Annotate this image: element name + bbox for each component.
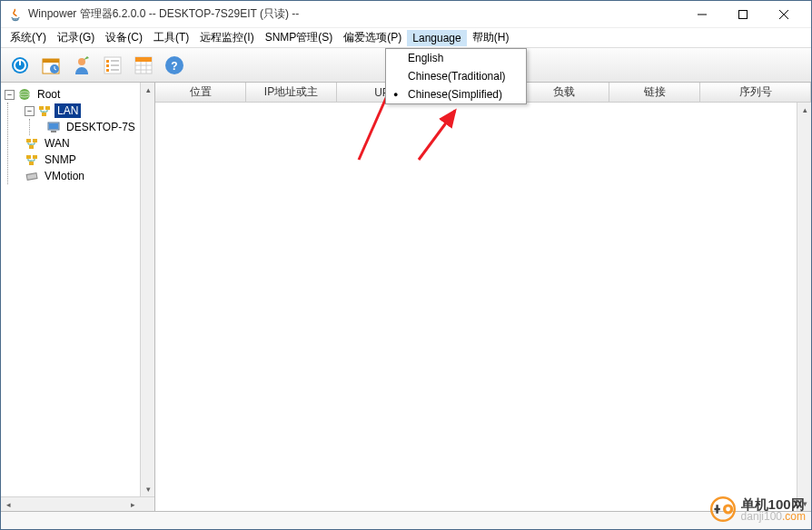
svg-rect-15 <box>106 64 109 67</box>
schedule-button[interactable] <box>37 52 64 79</box>
svg-rect-41 <box>26 139 31 142</box>
svg-rect-14 <box>106 60 109 63</box>
svg-rect-32 <box>45 106 50 110</box>
svg-rect-40 <box>51 131 56 132</box>
watermark-logo-icon <box>708 495 738 524</box>
lang-chinese-simplified[interactable]: Chinese(Simplified) <box>386 85 526 103</box>
tree-desktop-label: DESKTOP-7S <box>64 120 138 134</box>
svg-rect-31 <box>39 106 44 110</box>
col-load[interactable]: 负载 <box>519 83 609 102</box>
computer-icon <box>46 120 61 134</box>
scroll-left-icon[interactable]: ◂ <box>1 497 15 511</box>
watermark: 单机100网 danji100.com <box>708 495 806 524</box>
tree: − Root − LAN DESKTOP-7S W <box>1 83 154 188</box>
content-vscrollbar[interactable]: ▴ ▾ <box>797 103 811 511</box>
grid-button[interactable] <box>130 52 157 79</box>
status-bar <box>1 511 811 529</box>
menu-tools[interactable]: 工具(T) <box>148 28 194 47</box>
tree-desktop[interactable]: DESKTOP-7S <box>46 119 153 135</box>
globe-icon <box>17 87 32 102</box>
list-button[interactable] <box>99 52 126 79</box>
close-button[interactable] <box>763 1 804 28</box>
sidebar-hscrollbar[interactable]: ◂ ▸ <box>1 496 154 511</box>
window-title: Winpower 管理器6.2.0.0 -- DESKTOP-7S29EIT (… <box>28 6 681 22</box>
scroll-right-icon[interactable]: ▸ <box>125 497 140 511</box>
collapse-icon[interactable]: − <box>25 106 35 116</box>
col-location[interactable]: 位置 <box>155 83 246 102</box>
svg-rect-43 <box>29 145 34 149</box>
svg-rect-21 <box>135 57 152 62</box>
scroll-down-icon[interactable]: ▾ <box>141 482 155 496</box>
title-bar: Winpower 管理器6.2.0.0 -- DESKTOP-7S29EIT (… <box>1 1 811 28</box>
tree-snmp[interactable]: SNMP <box>25 152 153 168</box>
collapse-icon[interactable]: − <box>5 90 15 100</box>
sidebar-vscrollbar[interactable]: ▴ ▾ <box>140 83 154 496</box>
svg-rect-49 <box>33 155 37 159</box>
svg-rect-42 <box>33 139 37 142</box>
svg-rect-8 <box>43 59 59 63</box>
menu-system[interactable]: 系统(Y) <box>5 28 52 47</box>
menu-preferences[interactable]: 偏爱选项(P) <box>338 28 407 47</box>
col-ip[interactable]: IP地址或主 <box>246 83 337 102</box>
main-area: − Root − LAN DESKTOP-7S W <box>1 83 811 511</box>
col-link[interactable]: 链接 <box>609 83 700 102</box>
network-icon <box>37 103 52 118</box>
svg-rect-48 <box>26 155 31 159</box>
power-button[interactable] <box>6 52 34 79</box>
tree-root[interactable]: − Root <box>3 86 153 103</box>
svg-rect-50 <box>29 162 34 165</box>
svg-text:?: ? <box>171 60 177 73</box>
menu-help[interactable]: 帮助(H) <box>467 28 515 47</box>
svg-rect-16 <box>106 69 109 72</box>
watermark-url: danji100.com <box>741 511 806 522</box>
menu-device[interactable]: 设备(C) <box>100 28 148 47</box>
java-icon <box>8 7 23 22</box>
sidebar: − Root − LAN DESKTOP-7S W <box>1 83 155 511</box>
svg-rect-1 <box>738 10 747 18</box>
menu-bar: 系统(Y) 记录(G) 设备(C) 工具(T) 远程监控(I) SNMP管理(S… <box>1 28 811 48</box>
network-icon <box>25 136 39 151</box>
svg-rect-39 <box>49 123 58 129</box>
menu-remote[interactable]: 远程监控(I) <box>194 28 259 47</box>
tree-lan[interactable]: − LAN <box>25 103 153 119</box>
help-button[interactable]: ? <box>161 52 188 79</box>
maximize-button[interactable] <box>722 1 763 28</box>
tree-lan-label: LAN <box>54 103 81 118</box>
lang-chinese-traditional[interactable]: Chinese(Traditional) <box>386 67 526 85</box>
lang-english[interactable]: English <box>386 49 526 67</box>
language-dropdown: English Chinese(Traditional) Chinese(Sim… <box>385 48 527 104</box>
user-button[interactable] <box>68 52 95 79</box>
network-icon <box>25 152 39 167</box>
tree-wan[interactable]: WAN <box>25 135 153 152</box>
scroll-up-icon[interactable]: ▴ <box>141 83 155 97</box>
scroll-up-icon[interactable]: ▴ <box>797 103 812 117</box>
menu-log[interactable]: 记录(G) <box>52 28 100 47</box>
svg-point-61 <box>726 507 730 512</box>
vmotion-icon <box>25 169 39 183</box>
svg-rect-33 <box>42 113 46 116</box>
window-controls <box>681 1 804 28</box>
tree-wan-label: WAN <box>42 136 73 151</box>
menu-snmp[interactable]: SNMP管理(S) <box>260 28 339 47</box>
tree-vmotion-label: VMotion <box>42 169 87 183</box>
menu-language[interactable]: Language <box>407 30 466 46</box>
tree-root-label: Root <box>35 87 63 102</box>
watermark-name: 单机100网 <box>741 497 806 511</box>
tree-snmp-label: SNMP <box>42 152 79 167</box>
content-area: 位置 IP地址或主 UP 状态▼ 负载 链接 序列号 ▴ ▾ <box>155 83 811 511</box>
minimize-button[interactable] <box>681 1 722 28</box>
col-serial[interactable]: 序列号 <box>700 83 811 102</box>
tree-vmotion[interactable]: VMotion <box>25 168 153 184</box>
